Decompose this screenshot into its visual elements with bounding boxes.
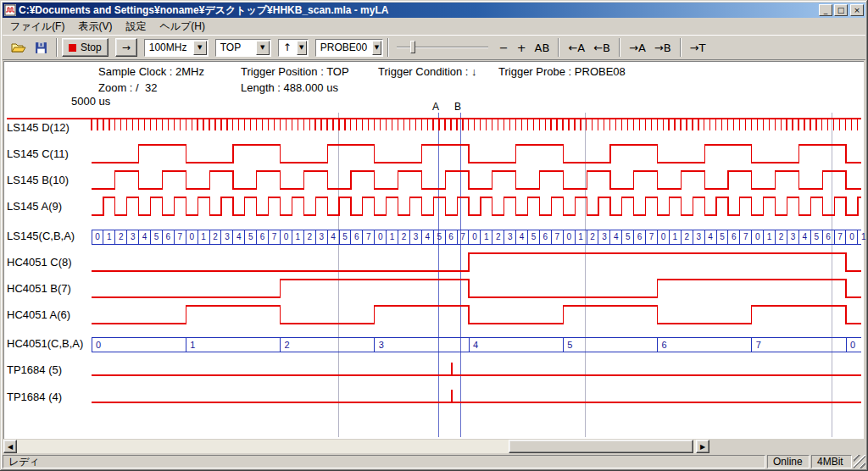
channel-label[interactable]: HC4051 B(7) bbox=[7, 282, 71, 296]
sample-clock-info: Sample Clock : 2MHz bbox=[98, 65, 204, 78]
chevron-down-icon[interactable]: ▼ bbox=[193, 41, 207, 55]
zoom-in-button[interactable]: + bbox=[513, 41, 531, 55]
goto-marker-a-button[interactable]: ←A bbox=[564, 41, 589, 55]
forward-marker-a-button[interactable]: →A bbox=[625, 41, 650, 55]
app-window: C:¥Documents and Settings¥noname¥デスクトップ¥… bbox=[0, 0, 868, 471]
channel-label[interactable]: LS145(C,B,A) bbox=[7, 230, 75, 243]
trigger-position-info: Trigger Position : TOP bbox=[241, 65, 349, 78]
close-button[interactable]: × bbox=[850, 4, 864, 16]
channel-label[interactable]: HC4051(C,B,A) bbox=[7, 337, 83, 351]
scroll-right-arrow[interactable]: ▶ bbox=[696, 440, 709, 453]
ab-button[interactable]: AB bbox=[531, 41, 554, 55]
resize-grip[interactable] bbox=[854, 455, 865, 468]
trigger-position-combo[interactable]: TOP ▼ bbox=[215, 39, 271, 57]
waveform-area[interactable] bbox=[3, 61, 864, 439]
maximize-button[interactable]: □ bbox=[834, 4, 848, 16]
title-bar[interactable]: C:¥Documents and Settings¥noname¥デスクトップ¥… bbox=[3, 3, 865, 18]
zoom-info: Zoom : / 32 bbox=[98, 81, 157, 94]
online-status: Online bbox=[767, 455, 810, 468]
toolbar-separator bbox=[680, 38, 682, 57]
trigger-condition-info: Trigger Condition : ↓ bbox=[378, 65, 477, 78]
channel-label[interactable]: TP1684 (5) bbox=[7, 363, 62, 377]
status-message: レディ bbox=[3, 455, 765, 468]
menu-item-settings[interactable]: 設定 bbox=[119, 17, 153, 36]
chevron-down-icon[interactable]: ▼ bbox=[256, 41, 270, 55]
open-file-button[interactable] bbox=[8, 38, 30, 57]
channel-label[interactable]: HC4051 C(8) bbox=[7, 256, 72, 269]
time-per-division: 5000 us bbox=[71, 95, 110, 108]
scroll-left-arrow[interactable]: ◀ bbox=[3, 440, 17, 453]
save-button[interactable] bbox=[30, 38, 52, 57]
toolbar: Stop → 100MHz ▼ TOP ▼ ↑ ▼ PROBE00 ▼ − + … bbox=[3, 35, 865, 60]
scrollbar-thumb[interactable] bbox=[509, 440, 693, 453]
length-info: Length : 488.000 us bbox=[241, 81, 338, 94]
trigger-probe-info: Trigger Probe : PROBE08 bbox=[498, 65, 626, 78]
menu-bar: ファイル(F) 表示(V) 設定 ヘルプ(H) bbox=[3, 18, 865, 35]
trigger-edge-combo[interactable]: ↑ ▼ bbox=[278, 39, 309, 57]
toolbar-separator bbox=[387, 38, 389, 57]
channel-label[interactable]: LS145 C(11) bbox=[7, 147, 69, 161]
channel-label[interactable]: LS145 A(9) bbox=[7, 200, 62, 213]
menu-item-file[interactable]: ファイル(F) bbox=[3, 17, 71, 36]
forward-marker-b-button[interactable]: →B bbox=[650, 41, 676, 55]
trigger-probe-combo[interactable]: PROBE00 ▼ bbox=[315, 39, 383, 57]
zoom-slider[interactable] bbox=[397, 38, 488, 57]
toolbar-separator bbox=[56, 38, 58, 57]
channel-label[interactable]: LS145 B(10) bbox=[7, 174, 69, 187]
minimize-button[interactable]: _ bbox=[819, 4, 832, 16]
window-title: C:¥Documents and Settings¥noname¥デスクトップ¥… bbox=[19, 3, 815, 18]
memory-size-status: 4MBit bbox=[811, 455, 852, 468]
floppy-disk-icon bbox=[35, 42, 47, 54]
app-icon bbox=[4, 4, 16, 16]
chevron-down-icon[interactable]: ▼ bbox=[297, 41, 307, 55]
menu-item-view[interactable]: 表示(V) bbox=[71, 17, 119, 36]
channel-label[interactable]: HC4051 A(6) bbox=[7, 308, 70, 322]
slider-thumb[interactable] bbox=[410, 41, 415, 53]
goto-trigger-button[interactable]: →T bbox=[686, 41, 710, 55]
chevron-down-icon[interactable]: ▼ bbox=[372, 41, 381, 55]
toolbar-separator bbox=[619, 38, 620, 57]
channel-label[interactable]: TP1684 (4) bbox=[7, 391, 62, 404]
channel-label[interactable]: LS145 D(12) bbox=[7, 121, 70, 135]
stop-square-icon bbox=[69, 44, 76, 52]
menu-item-help[interactable]: ヘルプ(H) bbox=[153, 17, 212, 36]
stop-button[interactable]: Stop bbox=[62, 38, 108, 57]
toolbar-separator bbox=[558, 38, 559, 57]
goto-marker-b-button[interactable]: ←B bbox=[589, 41, 615, 55]
status-bar: レディ Online 4MBit bbox=[3, 455, 865, 468]
zoom-out-button[interactable]: − bbox=[495, 41, 513, 55]
h-scrollbar[interactable]: ◀ ▶ bbox=[3, 440, 709, 453]
run-button[interactable]: → bbox=[115, 38, 137, 57]
open-folder-icon bbox=[11, 42, 26, 53]
sample-clock-combo[interactable]: 100MHz ▼ bbox=[144, 39, 209, 57]
